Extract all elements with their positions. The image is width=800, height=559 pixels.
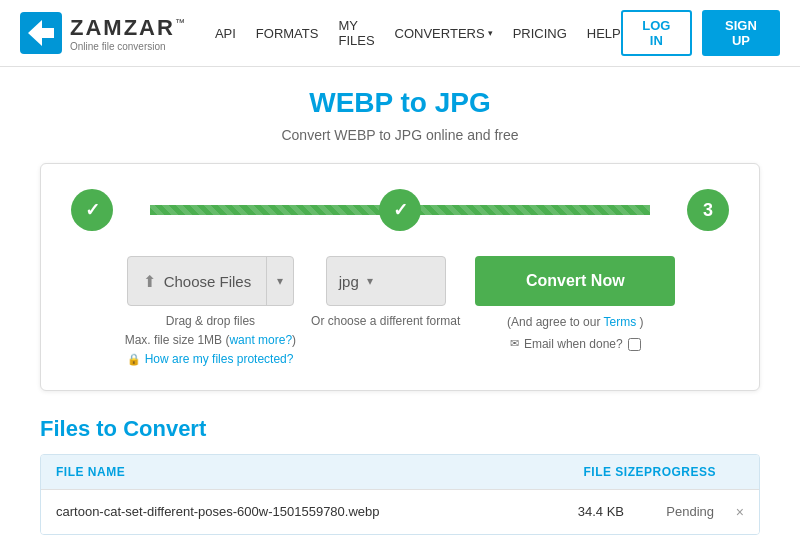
logo-tm: ™ (175, 17, 185, 28)
step-1-check: ✓ (85, 199, 100, 221)
files-title-prefix: Files to (40, 416, 123, 441)
logo-icon (20, 12, 62, 54)
upload-icon: ⬆ (143, 272, 156, 291)
nav-myfiles[interactable]: MY FILES (338, 18, 374, 48)
format-hint-text: Or choose a different format (311, 314, 460, 328)
col-progress-header: PROGRESS (644, 465, 744, 479)
step-2-check: ✓ (393, 199, 408, 221)
files-table: FILE NAME FILE SIZE PROGRESS cartoon-cat… (40, 454, 760, 535)
drag-drop-text: Drag & drop files (166, 314, 255, 328)
format-helper: Or choose a different format (311, 312, 460, 331)
converters-dropdown-arrow: ▾ (488, 28, 493, 38)
format-dropdown-arrow: ▾ (367, 274, 373, 288)
terms-link[interactable]: Terms (604, 315, 637, 329)
choose-files-dropdown[interactable]: ▾ (267, 257, 293, 305)
logo: ZAMZAR ™ Online file conversion (20, 12, 185, 54)
choose-files-button[interactable]: ⬆ Choose Files ▾ (127, 256, 295, 306)
choose-files-group: ⬆ Choose Files ▾ Drag & drop files Max. … (125, 256, 296, 370)
files-title: Files to Convert (40, 416, 760, 442)
page-title: WEBP to JPG (40, 87, 760, 119)
signup-button[interactable]: SIGN UP (702, 10, 780, 56)
email-checkbox[interactable] (628, 338, 641, 351)
controls-row: ⬆ Choose Files ▾ Drag & drop files Max. … (71, 256, 729, 370)
login-button[interactable]: LOG IN (621, 10, 692, 56)
nav-formats[interactable]: FORMATS (256, 26, 319, 41)
nav-help[interactable]: HELP (587, 26, 621, 41)
file-progress-cell: Pending (624, 504, 724, 519)
file-name-cell: cartoon-cat-set-different-poses-600w-150… (56, 504, 544, 519)
file-size-cell: 34.4 KB (544, 504, 624, 519)
max-size-text: Max. file size 1MB (125, 333, 222, 347)
main-content: WEBP to JPG Convert WEBP to JPG online a… (20, 67, 780, 555)
step-3-label: 3 (703, 200, 713, 221)
header: ZAMZAR ™ Online file conversion API FORM… (0, 0, 800, 67)
agree-text: (And agree to our (507, 315, 600, 329)
format-select-group: jpg ▾ Or choose a different format (311, 256, 460, 331)
email-label: Email when done? (524, 334, 623, 356)
convert-now-button[interactable]: Convert Now (475, 256, 675, 306)
convert-helper: (And agree to our Terms ) ✉ Email when d… (507, 312, 644, 355)
files-section: Files to Convert FILE NAME FILE SIZE PRO… (40, 416, 760, 535)
page-subtitle: Convert WEBP to JPG online and free (40, 127, 760, 143)
page-heading: WEBP to JPG (40, 87, 760, 119)
email-row: ✉ Email when done? (507, 334, 644, 356)
file-protection-link[interactable]: How are my files protected? (145, 352, 294, 366)
format-label: jpg (339, 273, 359, 290)
col-filesize-header: FILE SIZE (564, 465, 644, 479)
nav-converters[interactable]: CONVERTERS ▾ (395, 26, 493, 41)
step-2-circle: ✓ (379, 189, 421, 231)
logo-tagline: Online file conversion (70, 41, 185, 52)
logo-name: ZAMZAR (70, 15, 175, 41)
nav: API FORMATS MY FILES CONVERTERS ▾ PRICIN… (215, 18, 621, 48)
convert-group: Convert Now (And agree to our Terms ) ✉ … (475, 256, 675, 355)
files-title-highlight: Convert (123, 416, 206, 441)
want-more-link[interactable]: want more? (229, 333, 292, 347)
table-row: cartoon-cat-set-different-poses-600w-150… (41, 489, 759, 534)
agree-text2: ) (640, 315, 644, 329)
step-1-circle: ✓ (71, 189, 113, 231)
choose-files-main: ⬆ Choose Files (128, 257, 267, 305)
format-select[interactable]: jpg ▾ (326, 256, 446, 306)
logo-text: ZAMZAR ™ Online file conversion (70, 15, 185, 52)
conversion-box: ✓ ✓ 3 ⬆ Choose Files (40, 163, 760, 391)
nav-buttons: LOG IN SIGN UP (621, 10, 780, 56)
nav-api[interactable]: API (215, 26, 236, 41)
steps-indicator: ✓ ✓ 3 (71, 189, 729, 231)
col-filename-header: FILE NAME (56, 465, 564, 479)
nav-pricing[interactable]: PRICING (513, 26, 567, 41)
files-table-header: FILE NAME FILE SIZE PROGRESS (41, 455, 759, 489)
choose-files-helper: Drag & drop files Max. file size 1MB (wa… (125, 312, 296, 370)
lock-icon: 🔒 (127, 353, 141, 365)
choose-files-label: Choose Files (164, 273, 252, 290)
step-3-circle: 3 (687, 189, 729, 231)
file-close-button[interactable]: × (724, 504, 744, 520)
email-icon: ✉ (510, 334, 519, 354)
